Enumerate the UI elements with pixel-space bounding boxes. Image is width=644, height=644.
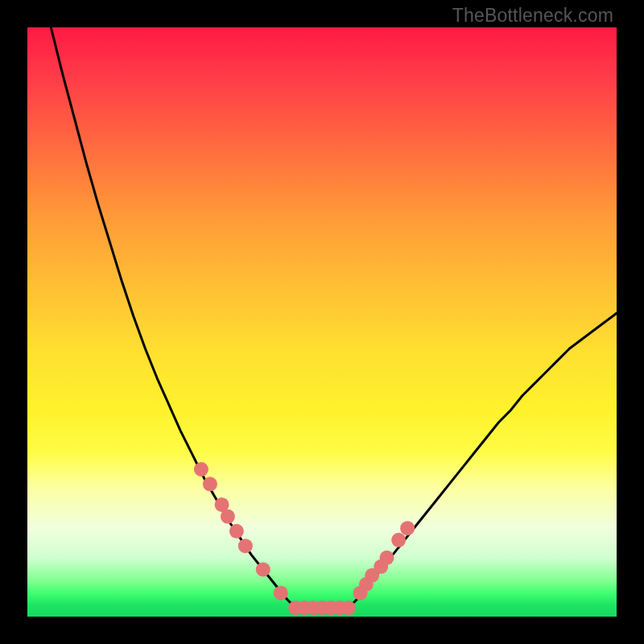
watermark-text: TheBottleneck.com [452, 5, 613, 27]
plot-svg [27, 27, 617, 617]
data-point [256, 562, 270, 576]
data-point [194, 462, 208, 477]
data-point [203, 477, 217, 491]
bottleneck-chart [27, 27, 617, 617]
data-point [391, 533, 406, 547]
curve-left-curve [51, 27, 295, 608]
data-point [238, 539, 253, 553]
data-point [341, 601, 356, 615]
data-point [221, 510, 235, 524]
data-point [274, 586, 288, 601]
data-point [380, 551, 394, 565]
data-point [400, 521, 415, 535]
data-point [229, 524, 244, 539]
